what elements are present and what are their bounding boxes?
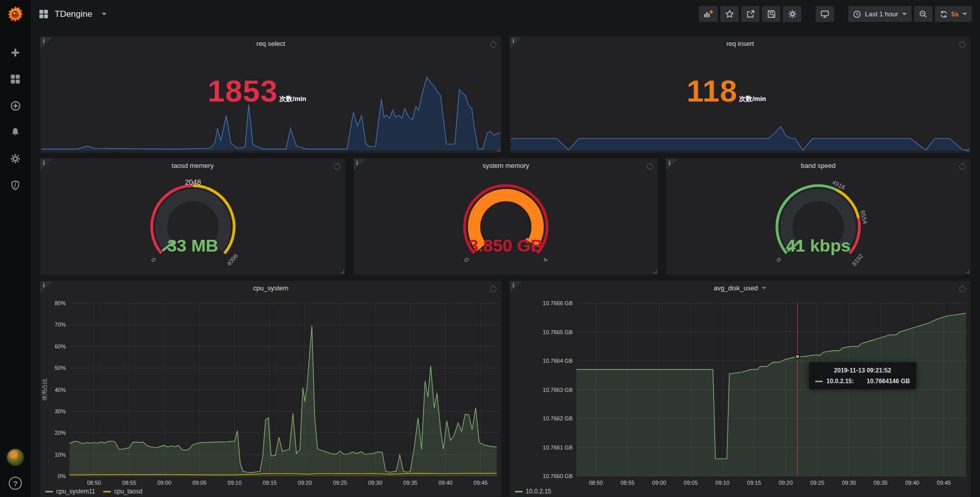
svg-text:09:25: 09:25 bbox=[810, 480, 824, 486]
sidebar-item-create[interactable] bbox=[5, 45, 26, 60]
info-icon: i bbox=[43, 159, 44, 167]
svg-text:09:15: 09:15 bbox=[747, 480, 762, 486]
chevron-down-icon[interactable] bbox=[102, 13, 107, 15]
legend-item[interactable]: 10.0.2.15 bbox=[515, 488, 551, 495]
user-avatar[interactable] bbox=[6, 448, 24, 466]
svg-text:10.7660 GB: 10.7660 GB bbox=[543, 473, 573, 479]
sidebar-item-alerting[interactable] bbox=[5, 125, 26, 140]
panel-loading-spinner-icon bbox=[490, 286, 497, 292]
panel-title[interactable]: req select bbox=[40, 37, 501, 51]
panel-info-corner[interactable] bbox=[40, 37, 53, 49]
grafana-logo-icon bbox=[6, 5, 24, 23]
panel-loading-spinner-icon bbox=[334, 163, 340, 170]
panel-info-corner[interactable] bbox=[666, 159, 678, 171]
save-dashboard-button[interactable] bbox=[762, 6, 780, 22]
grafana-logo[interactable] bbox=[0, 0, 31, 29]
legend-item[interactable]: cpu_taosd bbox=[103, 488, 142, 495]
panel-title[interactable]: cpu_system bbox=[40, 281, 501, 295]
legend-label: cpu_system11 bbox=[56, 488, 95, 495]
sidebar-item-server-admin[interactable] bbox=[5, 178, 26, 193]
panel-resize-handle[interactable] bbox=[966, 270, 969, 274]
zoom-out-button[interactable] bbox=[914, 6, 933, 22]
legend-label: 10.0.2.15 bbox=[526, 488, 551, 495]
panel-info-corner[interactable] bbox=[40, 159, 53, 171]
share-icon bbox=[746, 10, 755, 18]
panel-menu-caret-icon[interactable] bbox=[762, 287, 767, 289]
svg-text:4: 4 bbox=[542, 256, 549, 263]
panel-title[interactable]: taosd memery bbox=[40, 159, 345, 172]
panel-resize-handle[interactable] bbox=[966, 148, 969, 152]
chart-tooltip: 2019-11-13 09:21:52 10.0.2.15: 10.766414… bbox=[809, 362, 916, 389]
system-memory-gauge: 04 bbox=[354, 172, 658, 275]
help-button[interactable]: ? bbox=[9, 477, 22, 490]
panel-title[interactable]: req insert bbox=[510, 37, 970, 51]
svg-text:70%: 70% bbox=[55, 321, 66, 328]
svg-text:50%: 50% bbox=[55, 365, 66, 371]
gear-icon bbox=[788, 10, 797, 18]
cpu-system-chart[interactable]: 0%10%20%30%40%50%60%70%80%08:5008:5509:0… bbox=[40, 295, 501, 496]
panel-info-corner[interactable] bbox=[510, 281, 522, 293]
gauge-value: 33 MB bbox=[40, 236, 345, 256]
star-dashboard-button[interactable] bbox=[720, 6, 739, 22]
panel-title[interactable]: system memory bbox=[354, 159, 658, 172]
svg-text:09:00: 09:00 bbox=[652, 480, 667, 486]
panel-title[interactable]: avg_disk_used bbox=[510, 281, 970, 295]
dashboard-title[interactable]: TDengine bbox=[55, 9, 92, 19]
sidebar-item-dashboards[interactable] bbox=[5, 71, 26, 87]
svg-text:08:50: 08:50 bbox=[589, 480, 603, 486]
legend-item[interactable]: cpu_system11 bbox=[45, 488, 95, 495]
panel-avg-disk-used: i avg_disk_used 10.7660 GB10.7661 GB10.7… bbox=[509, 281, 971, 497]
panel-info-corner[interactable] bbox=[40, 281, 53, 293]
bell-icon bbox=[10, 127, 20, 137]
refresh-picker[interactable]: 5s bbox=[935, 6, 972, 22]
svg-text:10.7661 GB: 10.7661 GB bbox=[543, 444, 573, 451]
panel-resize-handle[interactable] bbox=[497, 148, 500, 152]
time-range-picker[interactable]: Last 1 hour bbox=[848, 6, 911, 22]
dashboard-settings-button[interactable] bbox=[783, 6, 801, 22]
svg-text:09:30: 09:30 bbox=[842, 480, 856, 486]
time-range-label: Last 1 hour bbox=[865, 10, 898, 18]
panel-req-insert: i req insert 118 次数/min bbox=[509, 36, 971, 153]
info-icon: i bbox=[512, 282, 514, 289]
panel-resize-handle[interactable] bbox=[653, 270, 657, 274]
svg-text:09:40: 09:40 bbox=[905, 480, 919, 486]
sidebar-item-explore[interactable] bbox=[5, 98, 26, 113]
avg-disk-used-chart[interactable]: 10.7660 GB10.7661 GB10.7662 GB10.7663 GB… bbox=[510, 295, 970, 496]
chart-legend: cpu_system11 cpu_taosd bbox=[45, 488, 142, 495]
panel-info-corner[interactable] bbox=[354, 159, 366, 171]
panel-loading-spinner-icon bbox=[959, 286, 966, 292]
help-label: ? bbox=[13, 479, 17, 488]
svg-text:2048: 2048 bbox=[185, 178, 201, 186]
svg-text:09:05: 09:05 bbox=[192, 480, 207, 486]
info-icon: i bbox=[669, 159, 670, 167]
svg-text:08:55: 08:55 bbox=[122, 480, 136, 486]
info-icon: i bbox=[43, 37, 44, 45]
tooltip-value: 10.7664146 GB bbox=[867, 378, 910, 385]
info-icon: i bbox=[356, 159, 358, 167]
panel-taosd-memery: i taosd memery 020484096 33 MB bbox=[40, 158, 346, 275]
req-insert-sparkline[interactable] bbox=[510, 51, 970, 153]
share-dashboard-button[interactable] bbox=[741, 6, 760, 22]
dashboard-picker-icon[interactable] bbox=[39, 9, 48, 19]
tv-mode-button[interactable] bbox=[816, 6, 834, 22]
add-panel-button[interactable] bbox=[699, 6, 718, 22]
panel-req-select: i req select 1853 次数/min bbox=[40, 36, 502, 153]
monitor-icon bbox=[820, 10, 829, 18]
panel-info-corner[interactable] bbox=[510, 37, 522, 49]
svg-text:20%: 20% bbox=[55, 430, 66, 436]
tooltip-series-name: 10.0.2.15: bbox=[826, 378, 854, 385]
add-panel-icon bbox=[703, 10, 713, 18]
info-icon: i bbox=[43, 282, 44, 289]
clock-icon bbox=[853, 10, 861, 18]
gear-icon bbox=[10, 154, 20, 164]
sidebar-item-configuration[interactable] bbox=[5, 151, 26, 166]
req-select-sparkline[interactable] bbox=[40, 51, 501, 153]
svg-text:10.7662 GB: 10.7662 GB bbox=[543, 415, 573, 421]
legend-color-dash bbox=[45, 491, 53, 492]
sidebar: ? bbox=[0, 0, 31, 497]
svg-text:09:20: 09:20 bbox=[779, 480, 793, 486]
svg-text:09:05: 09:05 bbox=[684, 480, 698, 486]
panel-resize-handle[interactable] bbox=[340, 270, 344, 274]
svg-text:09:35: 09:35 bbox=[403, 480, 418, 486]
panel-title[interactable]: band speed bbox=[666, 159, 970, 172]
